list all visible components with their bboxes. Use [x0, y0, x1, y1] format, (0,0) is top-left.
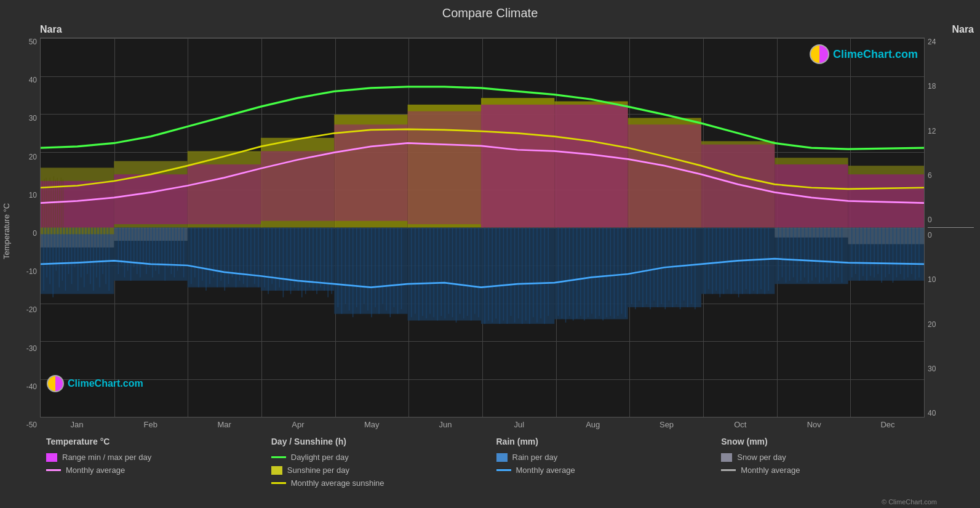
- legend-title-rain: Rain (mm): [496, 437, 709, 446]
- svg-rect-35: [481, 105, 554, 228]
- month-jan: Jan: [40, 420, 114, 429]
- month-jun: Jun: [408, 420, 482, 429]
- legend-swatch-sunshine: [271, 466, 282, 475]
- location-label-right: Nara: [952, 24, 974, 36]
- legend-swatch-temp-range: [46, 453, 57, 462]
- legend-group-sunshine: Day / Sunshine (h) Daylight per day Suns…: [265, 437, 490, 503]
- legend-label-sunshine: Sunshine per day: [287, 466, 349, 475]
- legend-group-temperature: Temperature °C Range min / max per day M…: [40, 437, 265, 503]
- legend-item-rain-day: Rain per day: [496, 453, 709, 462]
- legend-title-sunshine: Day / Sunshine (h): [271, 437, 484, 446]
- svg-rect-32: [261, 151, 334, 220]
- svg-rect-30: [114, 174, 187, 224]
- y-right-rain-20: 20: [928, 320, 974, 329]
- legend-swatch-sunshine-avg: [271, 482, 286, 484]
- y-left-50: 50: [29, 38, 37, 46]
- y-right-24: 24: [928, 38, 974, 46]
- legend-swatch-rain-day: [496, 453, 508, 462]
- legend-label-sunshine-avg: Monthly average sunshine: [291, 478, 384, 488]
- month-aug: Aug: [556, 420, 630, 429]
- page-title: Compare Climate: [6, 6, 974, 20]
- legend-swatch-daylight: [271, 456, 286, 458]
- svg-rect-38: [701, 145, 775, 228]
- y-left-40: 40: [29, 76, 37, 84]
- svg-rect-34: [408, 111, 481, 224]
- legend-label-daylight: Daylight per day: [291, 453, 349, 462]
- watermark-top: ClimeChart.com: [810, 44, 918, 64]
- y-right-0: 0: [928, 216, 974, 224]
- month-nov: Nov: [777, 420, 851, 429]
- svg-rect-37: [628, 124, 701, 227]
- y-left--10: -10: [26, 267, 37, 276]
- legend-group-snow: Snow (mm) Snow per day Monthly average: [715, 437, 940, 503]
- legend-label-rain-avg: Monthly average: [516, 466, 575, 475]
- legend-label-temp-avg: Monthly average: [66, 466, 125, 475]
- legend-title-temperature: Temperature °C: [46, 437, 259, 446]
- y-right-rain-10: 10: [928, 275, 974, 284]
- y-right-18: 18: [928, 82, 974, 91]
- legend-item-sunshine-avg: Monthly average sunshine: [271, 478, 484, 488]
- y-left-0: 0: [33, 229, 37, 238]
- y-left--40: -40: [26, 382, 37, 391]
- legend-item-rain-avg: Monthly average: [496, 466, 709, 475]
- month-jul: Jul: [482, 420, 556, 429]
- y-left--50: -50: [26, 421, 37, 429]
- y-axis-left-label: Temperature °C: [2, 203, 11, 259]
- legend-swatch-snow-avg: [721, 469, 736, 471]
- y-left-10: 10: [29, 191, 37, 200]
- y-left-30: 30: [29, 114, 37, 123]
- svg-rect-33: [334, 124, 407, 220]
- month-sep: Sep: [630, 420, 704, 429]
- y-right-rain-0: 0: [928, 231, 974, 240]
- location-label-left: Nara: [40, 24, 62, 36]
- y-right-12: 12: [928, 127, 974, 135]
- legend-item-snow-avg: Monthly average: [721, 466, 934, 475]
- month-feb: Feb: [114, 420, 188, 429]
- chart-svg: [41, 38, 924, 417]
- logo-icon-top: [810, 44, 829, 64]
- chart-area: ClimeChart.com ClimeChart.com: [40, 38, 925, 417]
- y-left-20: 20: [29, 153, 37, 161]
- month-oct: Oct: [703, 420, 777, 429]
- legend-label-snow-avg: Monthly average: [741, 466, 800, 475]
- y-right-rain-30: 30: [928, 365, 974, 373]
- legend-item-sunshine: Sunshine per day: [271, 466, 484, 475]
- month-apr: Apr: [261, 420, 335, 429]
- logo-icon-bottom: [47, 375, 64, 392]
- copyright: © ClimeChart.com: [6, 498, 974, 506]
- legend-label-snow-day: Snow per day: [737, 453, 786, 462]
- y-right-rain-40: 40: [928, 409, 974, 417]
- month-mar: Mar: [188, 420, 261, 429]
- legend-label-temp-range: Range min / max per day: [62, 453, 151, 462]
- svg-rect-31: [188, 164, 261, 224]
- legend-group-rain: Rain (mm) Rain per day Monthly average: [490, 437, 715, 503]
- legend-item-daylight: Daylight per day: [271, 453, 484, 462]
- y-left--20: -20: [26, 305, 37, 314]
- legend-label-rain-day: Rain per day: [512, 453, 558, 462]
- legend-item-temp-avg: Monthly average: [46, 466, 259, 475]
- svg-rect-36: [554, 105, 627, 228]
- legend-swatch-temp-avg: [46, 469, 61, 471]
- legend: Temperature °C Range min / max per day M…: [6, 429, 974, 503]
- month-dec: Dec: [851, 420, 925, 429]
- legend-item-temp-range: Range min / max per day: [46, 453, 259, 462]
- y-left--30: -30: [26, 344, 37, 353]
- legend-title-snow: Snow (mm): [721, 437, 934, 446]
- svg-rect-39: [775, 164, 848, 228]
- month-may: May: [335, 420, 408, 429]
- legend-item-snow-day: Snow per day: [721, 453, 934, 462]
- y-right-6: 6: [928, 171, 974, 180]
- logo-text-bottom: ClimeChart.com: [68, 378, 143, 389]
- watermark-bottom: ClimeChart.com: [47, 375, 143, 392]
- legend-swatch-rain-avg: [496, 469, 511, 471]
- legend-swatch-snow-day: [721, 453, 732, 462]
- logo-text-top: ClimeChart.com: [833, 48, 918, 61]
